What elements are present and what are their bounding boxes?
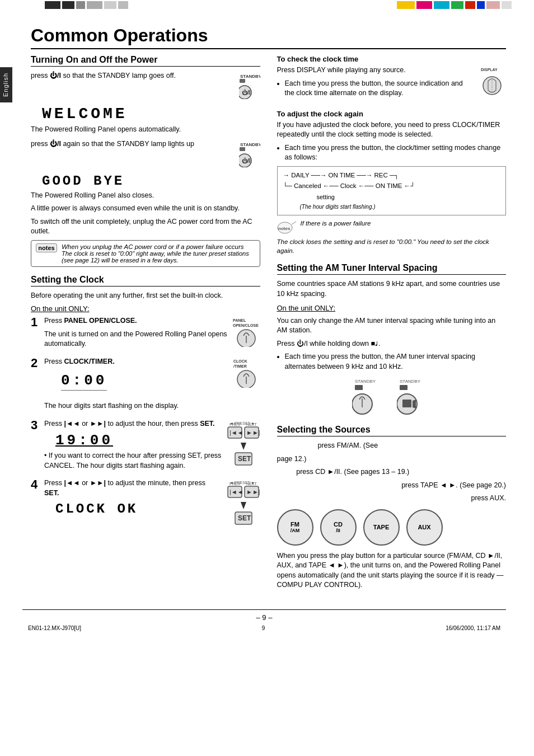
display-icon: DISPLAY — [478, 65, 506, 97]
clock-intro: Before operating the unit any further, f… — [31, 291, 260, 301]
am-tuner-intro: Some countries space AM stations 9 kHz a… — [277, 279, 507, 299]
step-1: 1 PANEL OPEN/CLOSE Press PANEL OPEN/C — [31, 316, 260, 353]
step-2: 2 CLOCK /TIMER Press CLOCK/TIMER. — [31, 357, 260, 415]
goodbye-lcd: GOOD BYE — [31, 173, 260, 189]
clock-reset-note: The clock loses the setting and is reset… — [277, 237, 507, 255]
source-aux-text: press AUX. — [277, 494, 507, 504]
diagram-row3: setting — [317, 192, 500, 203]
color-block-cyan — [434, 1, 449, 9]
clock-timer-btn-img: CLOCK /TIMER — [232, 357, 260, 389]
cd-label: CD — [334, 521, 343, 528]
cd-button[interactable]: CD /II — [320, 509, 357, 546]
tape-button[interactable]: TAPE — [363, 509, 400, 546]
step-2-sub: The hour digits start flashing on the di… — [44, 401, 260, 411]
notes-box-power: notes When you unplug the AC power cord … — [31, 240, 260, 267]
on-unit-only-label: On the unit ONLY: — [31, 304, 260, 314]
power-off-block: STANDBY ⏻/I press ⏻/I again so that the … — [31, 139, 260, 171]
color-block-magenta — [416, 1, 432, 9]
power-off-press-text: press ⏻/I again so that the STANDBY lamp… — [31, 139, 260, 149]
svg-text:STANDBY: STANDBY — [240, 142, 260, 147]
aux-button[interactable]: AUX — [406, 509, 443, 546]
check-clock-title: To check the clock time — [277, 55, 507, 63]
color-block-yellow — [397, 1, 415, 9]
am-tuner-bullet: Each time you press the button, the AM t… — [285, 352, 507, 372]
source-tape-text: press TAPE ◄ ►. (See page 20.) — [277, 481, 507, 491]
top-bar-right-blocks — [397, 0, 512, 10]
tuner-power-btn: STANDBY — [352, 376, 386, 417]
svg-rect-48 — [402, 400, 411, 407]
clock-mode-diagram: → DAILY ──→ ON TIME ──→ REC ─┐ └─ Cancel… — [277, 166, 507, 216]
notes-icon: notes — [277, 219, 297, 237]
adjust-clock-title: To adjust the clock again — [277, 110, 507, 118]
svg-text:STANDBY: STANDBY — [355, 379, 376, 384]
color-block-gray1 — [76, 1, 85, 9]
svg-rect-5 — [240, 147, 245, 151]
power-on-block: STANDBY ⏻/I press ⏻/I so that the STANDB… — [31, 71, 260, 103]
tape-label: TAPE — [373, 524, 390, 530]
standby-button-img: STANDBY ⏻/I — [239, 71, 260, 101]
step-2-lcd-display: 0:00 — [44, 370, 260, 393]
svg-text:notes: notes — [278, 226, 291, 231]
turning-on-off-title: Turning On and Off the Power — [31, 55, 260, 67]
am-on-unit-only: On the unit ONLY: — [277, 303, 507, 313]
left-column: Turning On and Off the Power STANDBY ⏻/I… — [31, 55, 260, 598]
svg-rect-42 — [355, 385, 363, 390]
step-3-number: 3 — [31, 419, 41, 431]
svg-text:/TIMER: /TIMER — [233, 364, 247, 368]
step-1-sub: The unit is turned on and the Powered Ro… — [44, 330, 260, 349]
diagram-row2: └─ Canceled ←── Clock ←── ON TIME ←┘ — [283, 181, 500, 192]
check-clock-bullets: Each time you press the button, the sour… — [285, 79, 507, 98]
top-bar-left-blocks — [45, 0, 128, 10]
top-color-bar — [0, 0, 534, 10]
setting-clock-section: Setting the Clock Before operating the u… — [31, 275, 260, 533]
am-tuner-title: Setting the AM Tuner Interval Spacing — [277, 263, 507, 275]
check-clock-section: To check the clock time DISPLAY Press DI… — [277, 55, 507, 102]
main-content: Common Operations Turning On and Off the… — [0, 14, 534, 642]
unplug-text: To switch off the unit completely, unplu… — [31, 217, 260, 237]
standby-button-img2: STANDBY ⏻/I — [239, 139, 260, 169]
svg-text:PANEL: PANEL — [233, 318, 246, 322]
color-block-pink — [486, 1, 500, 9]
color-block-black1 — [45, 1, 60, 9]
color-block-gray3 — [104, 1, 116, 9]
source-fm-page: page 12.) — [277, 454, 507, 464]
source-cd-text: press CD ►/II. (See pages 13 – 19.) — [277, 467, 507, 477]
footer-right: 16/06/2000, 11:17 AM — [446, 625, 500, 631]
turning-on-off-section: Turning On and Off the Power STANDBY ⏻/I… — [31, 55, 260, 267]
adjust-clock-bullets: Each time you press the button, the cloc… — [285, 143, 507, 163]
svg-text:⏻/I: ⏻/I — [242, 89, 251, 96]
svg-text:►►|: ►►| — [246, 489, 260, 495]
svg-text:⏻/I: ⏻/I — [242, 157, 251, 164]
am-tuner-section: Setting the AM Tuner Interval Spacing So… — [277, 263, 507, 417]
svg-text:SET: SET — [238, 455, 251, 463]
svg-marker-33 — [241, 502, 246, 509]
fm-am-button[interactable]: FM /AM — [277, 509, 313, 546]
color-block-gray4 — [118, 1, 128, 9]
am-tuner-bullets: Each time you press the button, the AM t… — [285, 352, 507, 372]
english-tab: English — [0, 67, 12, 102]
step-1-content: PANEL OPEN/CLOSE Press PANEL OPEN/CLOSE.… — [44, 316, 260, 353]
welcome-lcd: WELCOME — [31, 105, 260, 123]
notes-label: notes — [36, 243, 57, 252]
tuner-stop-btn: STANDBY — [397, 376, 430, 417]
check-clock-bullet-1: Each time you press the button, the sour… — [285, 79, 507, 98]
adjust-clock-text: If you have adjusted the clock before, y… — [277, 120, 507, 140]
svg-text:OPEN/CLOSE: OPEN/CLOSE — [233, 323, 259, 327]
svg-text:STANDBY: STANDBY — [400, 379, 421, 384]
step-3: 3 ◄ PRESET ► |◄◄ PREV ►►| NEXT — [31, 419, 260, 475]
svg-rect-46 — [400, 385, 407, 390]
color-block-green — [451, 1, 463, 9]
svg-text:NEXT: NEXT — [246, 422, 257, 426]
panel-closes-text: The Powered Rolling Panel also closes. — [31, 191, 260, 201]
notes-content: When you unplug the AC power cord or if … — [62, 243, 255, 264]
svg-text:|◄◄: |◄◄ — [229, 429, 243, 436]
fm-am-sub: /AM — [291, 528, 300, 533]
svg-marker-23 — [241, 443, 246, 450]
check-clock-content: DISPLAY Press DISPLAY while playing any … — [277, 65, 507, 102]
fm-am-label: FM — [291, 521, 299, 528]
color-block-gray2 — [87, 1, 102, 9]
svg-text:NEXT: NEXT — [246, 482, 257, 486]
color-block-black2 — [62, 1, 74, 9]
source-desc: When you press the play button for a par… — [277, 551, 507, 590]
footer-center: 9 — [262, 625, 265, 631]
